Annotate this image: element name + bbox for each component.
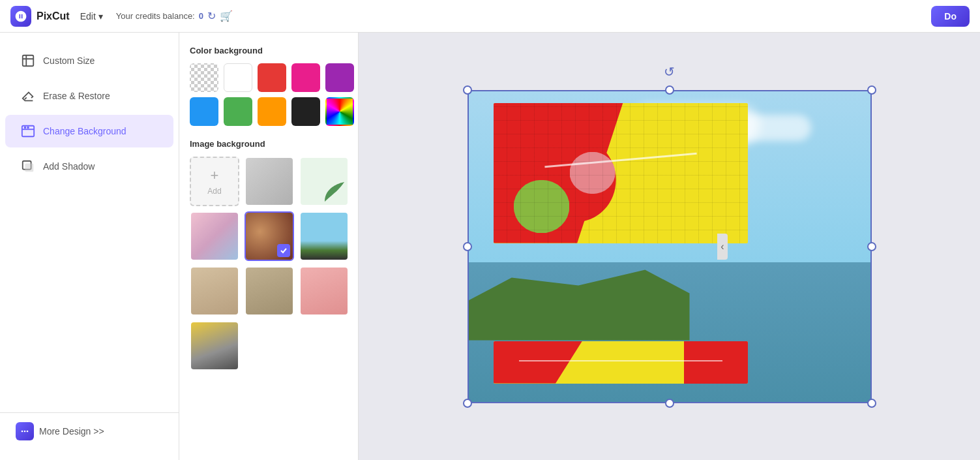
rotate-handle[interactable]: ↺ xyxy=(664,64,675,80)
color-swatch-pink[interactable] xyxy=(291,63,320,92)
handle-bottom-left[interactable] xyxy=(463,399,472,408)
color-swatch-black[interactable] xyxy=(291,97,320,126)
svg-point-7 xyxy=(22,431,23,433)
handle-middle-left[interactable] xyxy=(463,242,472,251)
credits-section: Your credits balance: 0 ↻ 🛒 xyxy=(116,10,233,22)
svg-rect-0 xyxy=(23,55,34,67)
color-swatch-blue[interactable] xyxy=(190,97,218,126)
logo-icon xyxy=(10,6,31,27)
sidebar-item-add-shadow[interactable]: Add Shadow xyxy=(5,150,173,183)
color-grid xyxy=(190,63,348,126)
svg-point-8 xyxy=(27,431,29,433)
more-design-button[interactable]: More Design >> xyxy=(0,412,179,450)
cart-icon[interactable]: 🛒 xyxy=(220,10,233,22)
download-button[interactable]: Do xyxy=(931,6,970,27)
image-bg-title: Image background xyxy=(190,139,348,149)
color-swatch-red[interactable] xyxy=(258,63,286,92)
bg-thumb-leaf[interactable] xyxy=(299,157,349,206)
bg-thumb-taxi[interactable] xyxy=(190,321,239,371)
bg-thumb-gray[interactable] xyxy=(245,157,294,206)
color-swatch-purple[interactable] xyxy=(325,63,354,92)
add-bg-button[interactable]: + Add xyxy=(190,157,239,206)
sidebar-item-change-background[interactable]: Change Background xyxy=(5,115,173,147)
header: PixCut Edit ▾ Your credits balance: 0 ↻ … xyxy=(0,0,980,33)
image-bg-grid: + Add xyxy=(190,157,348,371)
collapse-panel-button[interactable]: ‹ xyxy=(717,234,728,260)
handle-bottom-middle[interactable] xyxy=(665,399,674,408)
bg-thumb-sky[interactable] xyxy=(299,211,349,261)
handle-top-left[interactable] xyxy=(463,85,472,95)
handle-top-middle[interactable] xyxy=(665,85,674,95)
shadow-icon xyxy=(21,159,35,174)
custom-size-icon xyxy=(21,54,35,68)
handle-bottom-right[interactable] xyxy=(867,399,876,408)
svg-point-3 xyxy=(27,127,29,129)
erase-icon xyxy=(21,89,35,103)
logo: PixCut xyxy=(10,6,70,27)
bg-thumb-bokeh[interactable] xyxy=(245,211,294,261)
selected-check xyxy=(277,244,290,257)
color-bg-title: Color background xyxy=(190,46,348,55)
svg-point-2 xyxy=(25,127,26,129)
left-sidebar: Custom Size Erase & Restore Change Backg… xyxy=(0,33,179,460)
refresh-icon[interactable]: ↻ xyxy=(207,10,216,22)
svg-point-6 xyxy=(24,431,26,433)
color-swatch-white[interactable] xyxy=(224,63,252,92)
more-design-icon xyxy=(16,422,34,440)
edit-menu[interactable]: Edit ▾ xyxy=(80,11,103,22)
color-swatch-transparent[interactable] xyxy=(190,63,218,92)
svg-rect-5 xyxy=(25,163,33,172)
bg-thumb-street[interactable] xyxy=(245,266,294,316)
color-swatch-orange[interactable] xyxy=(258,97,286,126)
bg-thumb-arch[interactable] xyxy=(190,266,239,316)
bg-thumb-peach[interactable] xyxy=(190,211,239,261)
sidebar-item-custom-size[interactable]: Custom Size xyxy=(5,44,173,77)
canvas-container[interactable]: ↺ xyxy=(468,90,872,403)
bg-thumb-pink-door[interactable] xyxy=(299,266,349,316)
logo-text: PixCut xyxy=(37,10,70,22)
sidebar-item-erase-restore[interactable]: Erase & Restore xyxy=(5,80,173,112)
handle-top-right[interactable] xyxy=(867,85,876,95)
main-layout: Custom Size Erase & Restore Change Backg… xyxy=(0,33,980,460)
change-bg-icon xyxy=(21,124,35,138)
canvas-area: ↺ xyxy=(359,33,980,460)
right-panel: Color background Image background xyxy=(179,33,359,460)
color-swatch-gradient[interactable] xyxy=(325,97,354,126)
color-swatch-green[interactable] xyxy=(224,97,252,126)
handle-middle-right[interactable] xyxy=(867,242,876,251)
credits-count: 0 xyxy=(199,11,203,21)
